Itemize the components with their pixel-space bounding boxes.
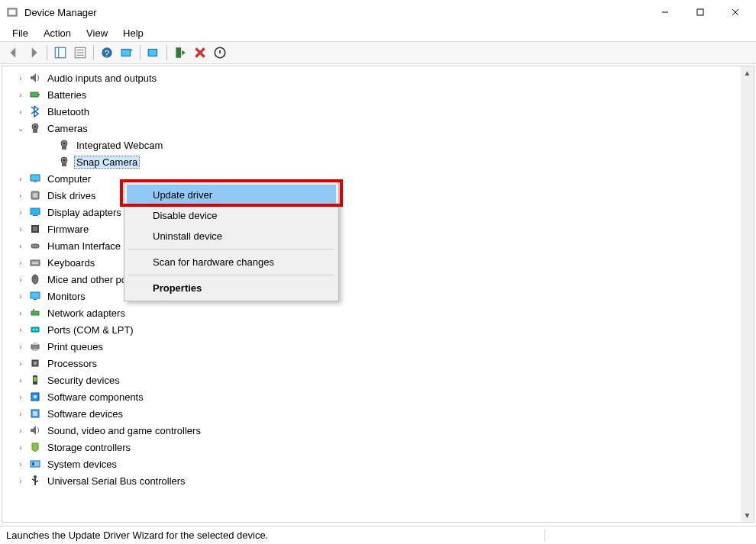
toolbar-scan-hardware-button[interactable] bbox=[118, 43, 136, 62]
tree-item-label: Print queues bbox=[45, 340, 105, 353]
toolbar-enable-button[interactable] bbox=[171, 43, 189, 62]
chevron-right-icon[interactable]: › bbox=[15, 89, 27, 101]
toolbar-sep bbox=[166, 45, 167, 60]
tree-item-label: Network adapters bbox=[45, 307, 128, 320]
chevron-right-icon[interactable]: › bbox=[15, 223, 27, 235]
toolbar-disable-button[interactable] bbox=[211, 43, 229, 62]
tree-item[interactable]: ›Bluetooth bbox=[2, 103, 754, 120]
tree-item[interactable]: Snap Camera bbox=[2, 153, 754, 170]
chevron-right-icon[interactable]: › bbox=[15, 189, 27, 201]
toolbar-sep bbox=[93, 45, 94, 60]
chevron-right-icon[interactable]: › bbox=[15, 357, 27, 369]
context-menu-item[interactable]: Disable device bbox=[127, 205, 336, 226]
tree-item[interactable]: ›Universal Serial Bus controllers bbox=[2, 472, 754, 489]
menu-file[interactable]: File bbox=[5, 26, 36, 40]
chevron-right-icon[interactable]: › bbox=[15, 458, 27, 470]
tree-item[interactable]: ›Monitors bbox=[2, 288, 754, 304]
menubar: File Action View Help bbox=[0, 24, 756, 41]
tree-item-label: Integrated Webcam bbox=[74, 139, 165, 152]
swcomp-icon bbox=[28, 390, 42, 404]
chevron-right-icon[interactable]: › bbox=[15, 391, 27, 403]
scroll-track[interactable] bbox=[741, 79, 754, 509]
toolbar-update-driver-button[interactable] bbox=[144, 43, 163, 62]
toolbar-properties-button[interactable] bbox=[71, 43, 89, 62]
chevron-right-icon[interactable]: › bbox=[15, 407, 27, 420]
menu-view[interactable]: View bbox=[79, 26, 115, 40]
disk-icon bbox=[28, 188, 42, 202]
context-menu-item[interactable]: Update driver bbox=[127, 185, 336, 205]
tree-item[interactable]: ›Software components bbox=[2, 388, 754, 405]
tree-item[interactable]: ›Print queues bbox=[2, 338, 754, 355]
bluetooth-icon bbox=[28, 105, 42, 118]
tree-item[interactable]: ⌄Cameras bbox=[2, 120, 754, 137]
scrollbar[interactable]: ▲ ▼ bbox=[741, 66, 754, 522]
tree-item-label: Universal Serial Bus controllers bbox=[45, 475, 188, 488]
toolbar-forward-button[interactable] bbox=[24, 43, 43, 62]
toolbar-sep bbox=[47, 45, 47, 60]
chevron-right-icon[interactable]: › bbox=[15, 441, 27, 453]
tree-item-label: Keyboards bbox=[45, 256, 97, 269]
tree-item-label: Snap Camera bbox=[74, 156, 140, 169]
tree-item[interactable]: ›Processors bbox=[2, 355, 754, 372]
chevron-right-icon[interactable]: › bbox=[15, 206, 27, 218]
toolbar-sep bbox=[140, 45, 141, 60]
tree-item[interactable]: ›System devices bbox=[2, 455, 754, 472]
tree-item[interactable]: ›Network adapters bbox=[2, 304, 754, 321]
chevron-right-icon[interactable]: › bbox=[15, 256, 27, 269]
swdev-icon bbox=[28, 407, 42, 420]
tree-item[interactable]: ›Disk drives bbox=[2, 187, 754, 204]
chevron-down-icon[interactable]: ⌄ bbox=[15, 122, 27, 134]
tree-item[interactable]: ›Mice and other pointing devices bbox=[2, 271, 754, 288]
tree-item[interactable]: ›Keyboards bbox=[2, 254, 754, 271]
scroll-down-icon[interactable]: ▼ bbox=[741, 509, 754, 522]
chevron-right-icon[interactable]: › bbox=[15, 240, 27, 252]
tree-item[interactable]: ›Security devices bbox=[2, 372, 754, 388]
chevron-right-icon[interactable]: › bbox=[15, 475, 27, 487]
context-menu-item[interactable]: Properties bbox=[127, 278, 336, 298]
status-div bbox=[544, 530, 545, 542]
menu-action[interactable]: Action bbox=[36, 26, 79, 40]
chevron-right-icon[interactable]: › bbox=[15, 72, 27, 84]
close-button[interactable] bbox=[718, 0, 753, 24]
chevron-right-icon[interactable]: › bbox=[15, 290, 27, 302]
tree-item[interactable]: ›Human Interface Devices bbox=[2, 237, 754, 254]
tree-item-label: Computer bbox=[45, 172, 93, 185]
context-menu-item[interactable]: Scan for hardware changes bbox=[127, 252, 336, 272]
tree-item-label: Cameras bbox=[45, 122, 90, 135]
tree-item-label: Processors bbox=[45, 357, 99, 370]
tree-item[interactable]: ›Computer bbox=[2, 170, 754, 187]
chevron-right-icon[interactable]: › bbox=[15, 374, 27, 386]
tree-item[interactable]: ›Batteries bbox=[2, 86, 754, 103]
firmware-icon bbox=[28, 222, 42, 236]
chevron-right-icon[interactable]: › bbox=[15, 307, 27, 319]
maximize-button[interactable] bbox=[683, 0, 718, 24]
scroll-up-icon[interactable]: ▲ bbox=[741, 66, 754, 79]
context-menu: Update driverDisable deviceUninstall dev… bbox=[124, 182, 339, 301]
chevron-right-icon[interactable]: › bbox=[15, 340, 27, 352]
chevron-right-icon[interactable]: › bbox=[15, 172, 27, 185]
tree-item[interactable]: Integrated Webcam bbox=[2, 137, 754, 153]
tree-item[interactable]: ›Ports (COM & LPT) bbox=[2, 321, 754, 338]
usb-icon bbox=[28, 474, 42, 488]
toolbar-help-button[interactable]: ? bbox=[98, 43, 116, 62]
minimize-button[interactable] bbox=[648, 0, 683, 24]
chevron-right-icon[interactable]: › bbox=[15, 105, 27, 117]
chevron-right-icon[interactable]: › bbox=[15, 424, 27, 436]
toolbar-back-button[interactable] bbox=[5, 43, 23, 62]
tree-item[interactable]: ›Audio inputs and outputs bbox=[2, 69, 754, 86]
device-tree[interactable]: ›Audio inputs and outputs›Batteries›Blue… bbox=[2, 66, 754, 522]
tree-item-label: Ports (COM & LPT) bbox=[45, 324, 136, 336]
context-menu-item[interactable]: Uninstall device bbox=[127, 226, 336, 246]
chevron-right-icon[interactable]: › bbox=[15, 273, 27, 285]
tree-item[interactable]: ›Sound, video and game controllers bbox=[2, 422, 754, 439]
tree-item[interactable]: ›Firmware bbox=[2, 220, 754, 237]
toolbar-uninstall-button[interactable] bbox=[191, 43, 209, 62]
menu-help[interactable]: Help bbox=[115, 26, 151, 40]
tree-item[interactable]: ›Storage controllers bbox=[2, 439, 754, 455]
toolbar-show-hide-tree-button[interactable] bbox=[51, 43, 69, 62]
tree-item[interactable]: ›Software devices bbox=[2, 405, 754, 422]
tree-item-label: Sound, video and game controllers bbox=[45, 424, 203, 437]
chevron-right-icon[interactable]: › bbox=[15, 324, 27, 336]
tree-item[interactable]: ›Display adapters bbox=[2, 204, 754, 220]
tree-item-label: Software devices bbox=[45, 407, 125, 420]
